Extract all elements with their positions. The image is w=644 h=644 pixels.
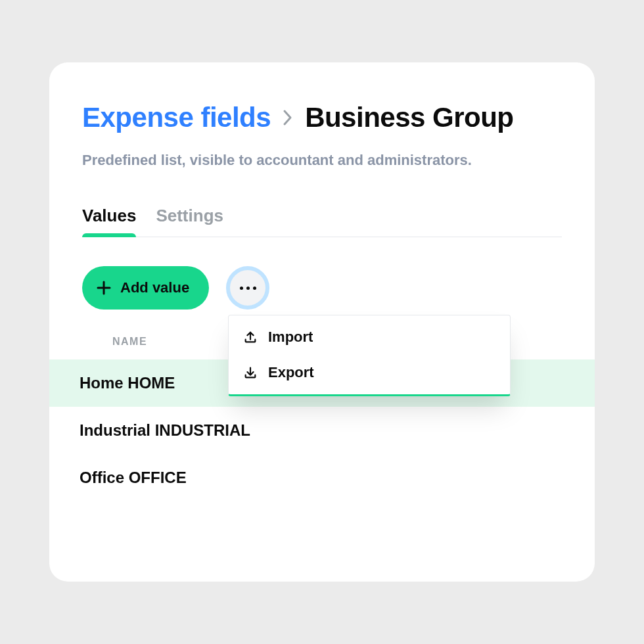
breadcrumb-root-link[interactable]: Expense fields [82, 102, 271, 133]
more-actions-button[interactable] [226, 266, 269, 310]
breadcrumb: Expense fields Business Group [82, 102, 562, 133]
breadcrumb-current: Business Group [305, 102, 513, 133]
menu-item-import-label: Import [268, 329, 313, 346]
menu-item-export[interactable]: Export [229, 355, 510, 390]
page-description: Predefined list, visible to accountant a… [82, 152, 562, 169]
tabs: Values Settings [82, 206, 562, 237]
export-icon [243, 365, 258, 380]
add-value-label: Add value [120, 279, 189, 296]
settings-card: Expense fields Business Group Predefined… [49, 62, 595, 582]
menu-item-export-label: Export [268, 364, 314, 381]
tab-values[interactable]: Values [82, 206, 136, 237]
table-row[interactable]: Office OFFICE [49, 454, 595, 501]
toolbar: Add value Import [82, 266, 562, 310]
more-actions-menu: Import Export [228, 315, 511, 396]
tab-settings[interactable]: Settings [156, 206, 223, 237]
plus-icon [97, 281, 111, 295]
import-icon [243, 330, 258, 344]
add-value-button[interactable]: Add value [82, 266, 209, 310]
chevron-right-icon [283, 109, 293, 126]
ellipsis-icon [240, 287, 256, 290]
menu-item-import[interactable]: Import [229, 319, 510, 355]
table-row[interactable]: Industrial INDUSTRIAL [49, 407, 595, 454]
